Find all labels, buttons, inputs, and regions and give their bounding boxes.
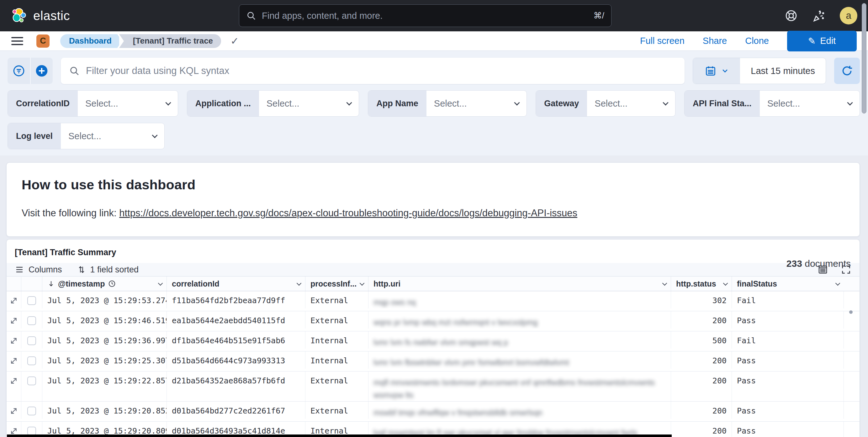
cell-http-status[interactable]: 200 xyxy=(671,402,732,419)
table-row: Jul 5, 2023 @ 15:29:53.274 f11ba564fd2bf… xyxy=(7,291,860,311)
chevron-down-icon xyxy=(165,100,171,105)
cell-final-status[interactable]: Fail xyxy=(732,291,844,309)
cell-http-uri-blurred[interactable]: wqns pr lvmp wbq mzt nsfwrmqnt v lwvcxsl… xyxy=(373,316,671,329)
column-label: processInf... xyxy=(310,279,356,288)
row-checkbox[interactable] xyxy=(27,407,36,415)
cell-timestamp[interactable]: Jul 5, 2023 @ 15:29:46.519 xyxy=(42,311,167,329)
expand-row-icon[interactable] xyxy=(7,372,21,401)
cell-http-uri-blurred[interactable]: lvmr lvm fs nwbfwr vlvm smqpwst wq p xyxy=(373,336,671,349)
cell-timestamp[interactable]: Jul 5, 2023 @ 15:29:36.997 xyxy=(42,331,167,349)
cell-http-status[interactable]: 500 xyxy=(671,331,732,349)
cell-timestamp[interactable]: Jul 5, 2023 @ 15:29:25.307 xyxy=(42,351,167,369)
document-count: 233 documents xyxy=(786,258,851,269)
cell-http-status[interactable]: 302 xyxy=(671,291,732,309)
row-checkbox[interactable] xyxy=(27,376,36,385)
cell-final-status[interactable]: Fail xyxy=(732,331,844,349)
filter-control: Gateway Select... xyxy=(536,90,676,117)
expand-row-icon[interactable] xyxy=(7,402,21,419)
breadcrumb-dashboard[interactable]: Dashboard xyxy=(60,34,117,48)
filter-value-select[interactable]: Select... xyxy=(587,91,675,116)
page-scrollbar-thumb[interactable] xyxy=(862,3,866,114)
pencil-icon: ✎ xyxy=(808,36,816,46)
sort-fields-button[interactable]: 1 field sorted xyxy=(77,265,139,275)
column-header[interactable]: processInf... xyxy=(305,277,368,291)
row-checkbox[interactable] xyxy=(27,356,36,365)
cell-http-uri-blurred[interactable]: mswbf tmqs vfnwfllqw v fmqstwnsblldb smw… xyxy=(373,406,671,419)
cell-http-uri-blurred[interactable]: mqp ows nq xyxy=(373,296,671,309)
cell-final-status[interactable]: Pass xyxy=(732,311,844,329)
column-header[interactable]: http.uri xyxy=(368,277,671,291)
cell-process-info[interactable]: External xyxy=(305,311,368,329)
cell-process-info[interactable]: Internal xyxy=(305,331,368,349)
whats-new-icon[interactable] xyxy=(812,9,825,22)
menu-hamburger-icon[interactable] xyxy=(11,37,23,45)
docs-link[interactable]: https://docs.developer.tech.gov.sg/docs/… xyxy=(119,208,577,218)
row-checkbox[interactable] xyxy=(27,316,36,325)
filter-value-select[interactable]: Select... xyxy=(760,91,860,116)
column-header[interactable]: @timestamp xyxy=(42,277,167,291)
expand-row-icon[interactable] xyxy=(7,331,21,349)
refresh-button[interactable] xyxy=(834,58,860,84)
help-icon[interactable] xyxy=(784,9,798,22)
breadcrumb-current[interactable]: [Tenant] Traffic trace xyxy=(119,34,221,48)
user-avatar[interactable]: a xyxy=(840,7,857,25)
cell-final-status[interactable]: Pass xyxy=(732,402,844,419)
cell-http-status[interactable]: 200 xyxy=(671,422,732,437)
add-filter-icon[interactable] xyxy=(30,58,53,84)
expand-row-icon[interactable] xyxy=(7,291,21,309)
row-scroll-spacer xyxy=(844,351,860,369)
cell-correlation-id[interactable]: ea1ba5644e2aebdd540115fd xyxy=(167,311,305,329)
full-screen-button[interactable]: Full screen xyxy=(640,36,685,46)
chevron-down-icon xyxy=(847,100,852,105)
column-header[interactable]: http.status xyxy=(671,277,732,291)
cell-correlation-id[interactable]: d01ba564bd277c2ed2261f67 xyxy=(167,402,305,419)
chevron-down-icon xyxy=(723,281,728,286)
filter-value-select[interactable]: Select... xyxy=(427,91,527,116)
calendar-icon-button[interactable] xyxy=(693,58,740,84)
cell-timestamp[interactable]: Jul 5, 2023 @ 15:29:22.857 xyxy=(42,372,167,401)
elastic-wordmark: elastic xyxy=(33,9,70,23)
column-label: @timestamp xyxy=(58,279,105,288)
columns-button[interactable]: Columns xyxy=(15,265,62,275)
row-checkbox[interactable] xyxy=(27,427,36,435)
cell-correlation-id[interactable]: f11ba564fd2bf2beaa77d9ff xyxy=(167,291,305,309)
cell-http-uri-blurred[interactable]: mqfl mnvwstmwnts lsrdvmswr pkvcsmwnt vnf… xyxy=(373,376,671,401)
kql-filter-input[interactable]: Filter your data using KQL syntax xyxy=(61,58,685,84)
cell-process-info[interactable]: External xyxy=(305,402,368,419)
filter-value-select[interactable]: Select... xyxy=(61,123,164,149)
space-avatar[interactable]: C xyxy=(36,34,50,48)
cell-http-uri-blurred[interactable]: lvmr lvm fbswtnblwr vlvm pmr fsmwlbmrt b… xyxy=(373,356,671,369)
share-button[interactable]: Share xyxy=(703,36,727,46)
filter-control: API Final Sta... Select... xyxy=(684,90,860,117)
cell-correlation-id[interactable]: d21ba564352ae868a57fb6fd xyxy=(167,372,305,401)
table-row: Jul 5, 2023 @ 15:29:36.997 df1ba564e464b… xyxy=(7,331,860,351)
filter-value-select[interactable]: Select... xyxy=(259,91,359,116)
filter-value-select[interactable]: Select... xyxy=(78,91,178,116)
expand-row-icon[interactable] xyxy=(7,351,21,369)
clone-button[interactable]: Clone xyxy=(745,36,769,46)
column-header[interactable]: finalStatus xyxy=(732,277,844,291)
cell-timestamp[interactable]: Jul 5, 2023 @ 15:29:53.274 xyxy=(42,291,167,309)
cell-final-status[interactable]: Pass xyxy=(732,422,844,437)
cell-timestamp[interactable]: Jul 5, 2023 @ 15:29:20.852 xyxy=(42,402,167,419)
row-checkbox[interactable] xyxy=(27,336,36,345)
cell-http-status[interactable]: 200 xyxy=(671,372,732,401)
column-header[interactable]: correlationId xyxy=(167,277,305,291)
time-range-label[interactable]: Last 15 minutes xyxy=(740,58,826,84)
cell-correlation-id[interactable]: d51ba564d6644c973a993313 xyxy=(167,351,305,369)
cell-final-status[interactable]: Pass xyxy=(732,351,844,369)
cell-final-status[interactable]: Pass xyxy=(732,372,844,401)
saved-query-icon[interactable] xyxy=(7,58,30,84)
elastic-logo[interactable]: elastic xyxy=(11,7,70,24)
cell-http-status[interactable]: 200 xyxy=(671,311,732,329)
cell-process-info[interactable]: Internal xyxy=(305,351,368,369)
global-search-input[interactable]: Find apps, content, and more. ⌘/ xyxy=(239,4,612,27)
cell-process-info[interactable]: External xyxy=(305,372,368,401)
cell-correlation-id[interactable]: df1ba564e464b515e91f5ab6 xyxy=(167,331,305,349)
cell-process-info[interactable]: External xyxy=(305,291,368,309)
row-checkbox[interactable] xyxy=(27,296,36,305)
cell-http-status[interactable]: 200 xyxy=(671,351,732,369)
edit-button[interactable]: ✎ Edit xyxy=(787,31,857,52)
grid-scrollbar-thumb[interactable] xyxy=(849,310,852,314)
expand-row-icon[interactable] xyxy=(7,311,21,329)
